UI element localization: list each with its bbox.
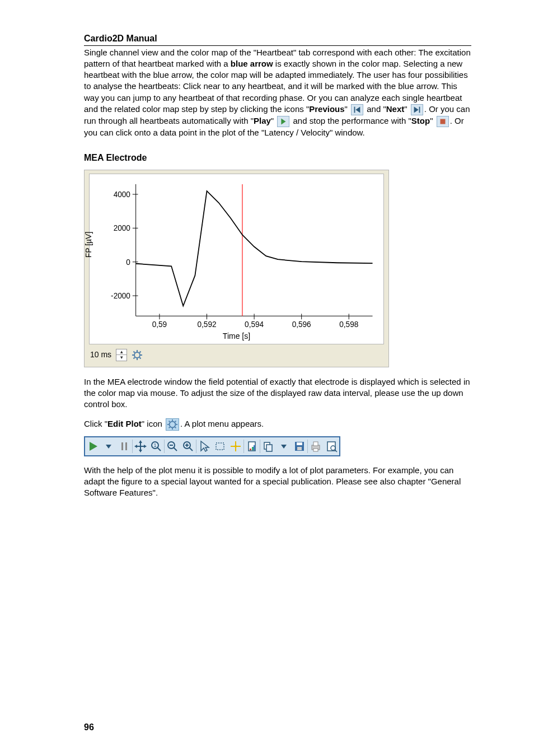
- svg-marker-60: [139, 440, 142, 443]
- svg-text:0,592: 0,592: [197, 320, 216, 329]
- clipboard-icon[interactable]: [244, 438, 260, 454]
- select-rect-icon[interactable]: [212, 438, 228, 454]
- save-icon[interactable]: [292, 438, 307, 454]
- text: ": [345, 104, 350, 114]
- svg-line-53: [169, 427, 170, 428]
- paragraph-2: In the MEA electrode window the field po…: [84, 376, 471, 410]
- svg-line-51: [175, 427, 176, 428]
- bold-stop: Stop: [411, 116, 430, 125]
- text: ": [430, 116, 435, 125]
- pause-icon[interactable]: [116, 438, 132, 454]
- svg-marker-74: [201, 441, 209, 451]
- svg-rect-80: [250, 449, 251, 450]
- svg-marker-62: [134, 445, 137, 448]
- svg-marker-3: [414, 106, 418, 113]
- svg-point-45: [170, 421, 176, 427]
- pan-icon[interactable]: [133, 438, 148, 454]
- svg-marker-63: [144, 445, 147, 448]
- pointer-icon[interactable]: [196, 438, 212, 454]
- up-icon[interactable]: ▲: [116, 349, 127, 356]
- down-icon[interactable]: ▼: [116, 355, 127, 361]
- page-number: 96: [84, 721, 94, 734]
- text: and ": [364, 104, 386, 114]
- dropdown-icon[interactable]: [101, 438, 116, 454]
- zoom-in-icon[interactable]: [180, 438, 196, 454]
- svg-line-43: [139, 351, 140, 352]
- svg-text:0,596: 0,596: [292, 320, 311, 329]
- paragraph-4: With the help of the plot menu it is pos…: [84, 465, 471, 499]
- svg-rect-88: [297, 447, 302, 450]
- svg-line-65: [157, 447, 161, 451]
- play-icon[interactable]: [85, 438, 101, 454]
- interval-text: 10 ms: [90, 349, 111, 360]
- chart-statusbar: 10 ms ▲ ▼: [88, 348, 385, 363]
- svg-rect-0: [354, 106, 355, 113]
- annotate-icon[interactable]: [228, 438, 243, 454]
- next-icon[interactable]: [411, 104, 423, 115]
- plot-menu-toolbar: 1: [84, 436, 340, 456]
- svg-text:-2000: -2000: [111, 292, 130, 300]
- svg-text:0,598: 0,598: [339, 320, 358, 329]
- svg-text:0,594: 0,594: [245, 320, 264, 329]
- zoom-reset-icon[interactable]: 1: [148, 438, 164, 454]
- svg-text:4000: 4000: [114, 190, 131, 199]
- svg-rect-81: [252, 447, 254, 450]
- stop-icon[interactable]: [437, 116, 449, 127]
- dropdown2-icon[interactable]: [276, 438, 292, 454]
- play-icon[interactable]: [277, 116, 289, 127]
- edit-plot-icon[interactable]: [166, 418, 179, 431]
- svg-rect-82: [254, 445, 255, 450]
- svg-text:0: 0: [126, 258, 130, 266]
- svg-marker-54: [90, 442, 97, 451]
- preview-icon[interactable]: [324, 438, 339, 454]
- svg-text:2000: 2000: [114, 224, 131, 232]
- print-icon[interactable]: [308, 438, 324, 454]
- text: . A plot menu appears.: [180, 419, 264, 428]
- svg-point-36: [134, 352, 140, 358]
- bold-previous: Previous: [309, 104, 344, 114]
- text: and stop the performance with ": [291, 116, 411, 125]
- mea-chart-panel: -20000200040000,590,5920,5940,5960,598 F…: [84, 170, 389, 367]
- bold-play: Play: [254, 116, 271, 125]
- svg-rect-57: [125, 442, 127, 450]
- bold-next: Next: [386, 104, 405, 114]
- svg-point-78: [235, 445, 237, 447]
- x-axis-label: Time [s]: [90, 331, 383, 342]
- section-title-mea: MEA Electrode: [84, 152, 471, 164]
- svg-marker-1: [355, 106, 360, 113]
- text: ": [404, 104, 410, 114]
- page-header: Cardio2D Manual: [84, 32, 471, 46]
- copy-icon[interactable]: [260, 438, 276, 454]
- svg-text:0,59: 0,59: [152, 320, 167, 329]
- svg-rect-5: [440, 119, 445, 124]
- svg-line-71: [189, 447, 193, 451]
- svg-marker-61: [139, 450, 142, 452]
- svg-marker-85: [281, 445, 287, 449]
- svg-rect-56: [121, 442, 123, 450]
- svg-text:1: 1: [153, 442, 156, 448]
- svg-line-52: [175, 421, 176, 422]
- svg-line-42: [139, 357, 140, 358]
- svg-line-41: [134, 351, 135, 352]
- svg-rect-84: [266, 445, 272, 451]
- svg-rect-2: [419, 106, 420, 113]
- svg-line-68: [174, 447, 177, 451]
- svg-marker-4: [282, 119, 286, 125]
- svg-rect-91: [313, 449, 318, 451]
- previous-icon[interactable]: [351, 104, 363, 115]
- bold-editplot: Edit Plot: [107, 419, 142, 428]
- svg-line-44: [134, 357, 135, 358]
- y-axis-label: FP [µV]: [83, 232, 94, 286]
- text: ": [271, 116, 277, 125]
- zoom-out-icon[interactable]: [165, 438, 180, 454]
- svg-rect-75: [216, 443, 224, 450]
- svg-rect-87: [297, 442, 302, 445]
- text: " icon: [142, 419, 165, 428]
- text: Click ": [84, 419, 107, 428]
- interval-updown[interactable]: ▲ ▼: [116, 349, 127, 361]
- paragraph-1: Single channel view and the color map of…: [84, 47, 471, 139]
- paragraph-3: Click "Edit Plot" icon . A plot menu app…: [84, 418, 471, 431]
- mea-chart: -20000200040000,590,5920,5940,5960,598 F…: [89, 174, 384, 344]
- gear-icon[interactable]: [132, 349, 143, 361]
- svg-marker-55: [106, 445, 111, 449]
